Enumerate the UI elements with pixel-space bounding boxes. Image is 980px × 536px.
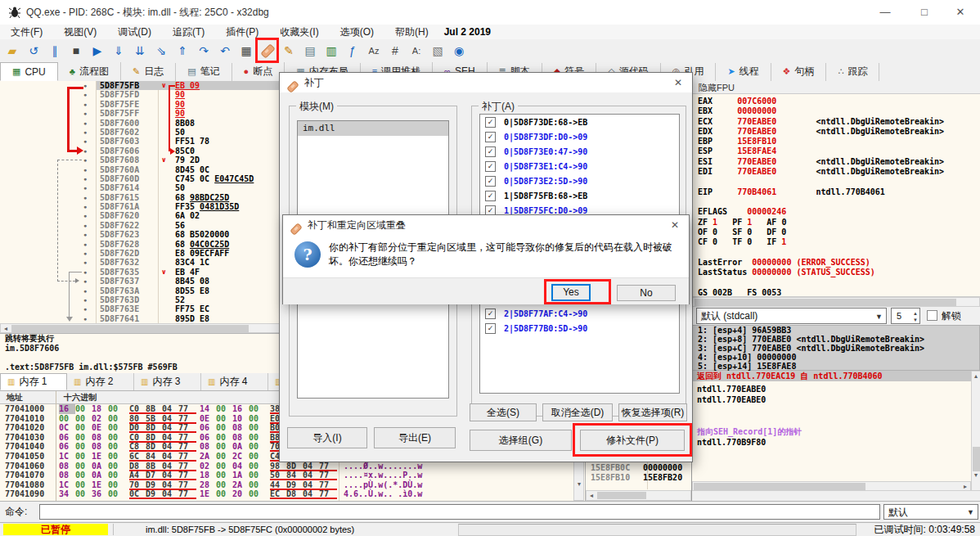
menu-item-debug[interactable]: 调试(D) <box>107 25 162 39</box>
patch-dialog-titlebar[interactable]: 补丁 ✕ <box>280 73 692 92</box>
register-row[interactable]: ESI 770EABE0 <ntdll.DbgUiRemoteBreakin> <box>692 157 980 167</box>
register-row[interactable]: ZF 1 PF 1 AF 0 <box>692 218 980 227</box>
animate-into-icon[interactable]: ⇊ <box>130 41 150 61</box>
argument-row[interactable]: 5: [esp+14] 15E8FAE8 <box>693 362 979 371</box>
select-group-button[interactable]: 选择组(G) <box>470 430 572 451</box>
az-sort-icon[interactable]: Az <box>364 41 384 61</box>
patch-list-item[interactable]: ✓0|5D8F73DE:68->EB <box>480 115 679 129</box>
pause-icon[interactable]: ∥ <box>45 41 65 61</box>
no-button[interactable]: No <box>617 285 676 301</box>
breakpoint-dot[interactable]: ● <box>83 295 87 304</box>
breakpoint-dot[interactable]: ● <box>83 146 87 155</box>
import-button[interactable]: 导入(I) <box>287 427 367 448</box>
unlock-checkbox[interactable] <box>927 310 937 321</box>
breakpoint-dot[interactable]: ● <box>83 314 87 323</box>
patch-checkbox[interactable]: ✓ <box>485 309 496 319</box>
function-icon[interactable]: ƒ <box>343 41 362 61</box>
arguments-view[interactable]: 1: [esp+4] 96A59BB32: [esp+8] 770EABE0 <… <box>692 325 980 371</box>
breakpoint-dot[interactable]: ● <box>83 202 87 211</box>
trace-record-icon[interactable]: ▦ <box>236 41 256 61</box>
patch-list-item[interactable]: ✓1|5D8F75FB:68->EB <box>480 188 679 203</box>
patch-checkbox[interactable]: ✓ <box>485 161 496 172</box>
export-button[interactable]: 导出(E) <box>374 427 456 448</box>
minimize-button[interactable]: — <box>869 0 901 25</box>
run-to-user-code-icon[interactable]: ↷ <box>194 41 214 61</box>
breakpoint-dot[interactable]: ● <box>83 155 87 164</box>
menu-item-trace[interactable]: 追踪(T) <box>162 25 215 39</box>
breakpoint-dot[interactable]: ● <box>83 128 87 137</box>
memory-tab-4[interactable]: ▥内存 4 <box>201 373 268 390</box>
font-icon[interactable]: A: <box>407 41 426 61</box>
breakpoint-dot[interactable]: ● <box>83 277 87 286</box>
breakpoint-dot[interactable]: ● <box>83 304 87 313</box>
deselect-all-button[interactable]: 取消全选(D) <box>542 403 613 421</box>
patch-checkbox[interactable]: ✓ <box>485 132 496 142</box>
command-input[interactable] <box>39 504 880 520</box>
confirm-dialog-titlebar[interactable]: 补丁和重定向区域重叠 ✕ <box>283 215 689 235</box>
register-row[interactable]: EDI 770EABE0 <ntdll.DbgUiRemoteBreakin> <box>692 167 980 177</box>
register-row[interactable]: ECX 770EABE0 <ntdll.DbgUiRemoteBreakin> <box>692 117 980 127</box>
patch-list-item[interactable]: ✓2|5D8F77B0:5D->90 <box>480 321 679 336</box>
patch-list-item[interactable]: ✓0|5D8F73E2:5D->90 <box>480 173 679 188</box>
breakpoint-dot[interactable]: ● <box>83 100 87 109</box>
patch-list-item[interactable]: ✓2|5D8F77AF:C4->90 <box>480 306 679 321</box>
breakpoint-dot[interactable]: ● <box>83 183 87 192</box>
breakpoint-dot[interactable]: ● <box>83 119 87 128</box>
stop-icon[interactable]: ■ <box>66 41 86 61</box>
argument-row[interactable]: 4: [esp+10] 00000000 <box>693 353 979 362</box>
breakpoint-dot[interactable]: ● <box>83 174 87 183</box>
module-list-item[interactable]: im.dll <box>298 121 448 136</box>
register-row[interactable] <box>692 277 980 287</box>
info-hscrollbar[interactable]: ▸ <box>692 481 971 491</box>
menu-item-view[interactable]: 视图(V) <box>53 25 107 39</box>
argument-row[interactable]: 1: [esp+4] 96A59BB3 <box>693 326 979 335</box>
register-row[interactable]: EBX 00000000 <box>692 106 980 116</box>
register-row[interactable]: EAX 007C6000 <box>692 97 980 106</box>
breakpoint-dot[interactable]: ● <box>83 286 87 295</box>
info-vscrollbar[interactable]: ▴ ▾ <box>971 371 980 491</box>
argument-row[interactable]: 3: [esp+C] 770EABE0 <ntdll.DbgUiRemoteBr… <box>693 344 979 353</box>
patch-list-item[interactable]: ✓0|5D8F73E0:47->90 <box>480 144 679 159</box>
memory-tab-1[interactable]: ▥内存 1 <box>0 373 67 390</box>
patch-list-item[interactable]: ✓0|5D8F73E1:C4->90 <box>480 159 679 173</box>
memory-tab-2[interactable]: ▥内存 2 <box>67 373 134 390</box>
menu-item-options[interactable]: 选项(O) <box>330 25 384 39</box>
breakpoint-dot[interactable]: ● <box>83 193 87 202</box>
label-icon[interactable]: ▤ <box>300 41 320 61</box>
step-into-icon[interactable]: ⇓ <box>109 41 128 61</box>
breakpoint-dot[interactable]: ● <box>83 137 87 146</box>
breakpoint-dot[interactable]: ● <box>83 165 87 174</box>
breakpoint-dot[interactable]: ● <box>83 211 87 220</box>
hide-fpu-button[interactable]: 隐藏FPU <box>692 81 980 94</box>
restart-icon[interactable]: ↺ <box>24 41 43 61</box>
patch-checkbox[interactable]: ✓ <box>485 117 496 128</box>
maximize-button[interactable]: □ <box>908 0 941 25</box>
patch-checkbox[interactable]: ✓ <box>485 323 496 334</box>
memory-tab-3[interactable]: ▥内存 3 <box>134 373 201 390</box>
tab-cpu[interactable]: ▦CPU <box>0 62 58 81</box>
settings-icon[interactable]: ▧ <box>428 41 447 61</box>
register-row[interactable]: OF 0 SF 0 DF 0 <box>692 227 980 237</box>
register-row[interactable]: LastError 00000000 (ERROR_SUCCESS) <box>692 258 980 268</box>
tab-threads[interactable]: ➤线程 <box>716 63 771 81</box>
breakpoint-dot[interactable]: ● <box>83 249 87 258</box>
registers-view[interactable]: EAX 007C6000EBX 00000000ECX 770EABE0 <nt… <box>692 94 980 297</box>
return-to-line[interactable]: 返回到 ntdll.770EAC19 自 ntdll.770B4060 <box>692 371 971 381</box>
select-all-button[interactable]: 全选(S) <box>470 403 537 421</box>
close-icon[interactable]: ✕ <box>664 73 692 92</box>
binary-save-icon[interactable]: ▥ <box>321 41 341 61</box>
register-row[interactable]: EFLAGS 00000246 <box>692 207 980 217</box>
register-row[interactable]: CF 0 TF 0 IF 1 <box>692 237 980 247</box>
execute-till-return-icon[interactable]: ⇑ <box>173 41 192 61</box>
tab-trace[interactable]: ∴跟踪 <box>826 63 879 81</box>
dump-row[interactable]: 77041090340036000CD904771E002000ECD80477… <box>0 489 595 499</box>
patch-checkbox[interactable]: ✓ <box>485 191 496 201</box>
tab-handles[interactable]: ❖句柄 <box>771 63 827 81</box>
dump-row[interactable]: 7704106008000A00D88B047702000400988D0477… <box>0 462 595 471</box>
step-over-icon[interactable]: ⇘ <box>151 41 171 61</box>
patch-checkbox[interactable]: ✓ <box>485 146 496 157</box>
register-row[interactable]: EBP 15E8FB10 <box>692 137 980 146</box>
breakpoint-dot[interactable]: ● <box>83 81 87 90</box>
stack-row[interactable]: 15E8FB1015E8FB20 <box>591 473 689 483</box>
breakpoint-dot[interactable]: ● <box>83 90 87 99</box>
